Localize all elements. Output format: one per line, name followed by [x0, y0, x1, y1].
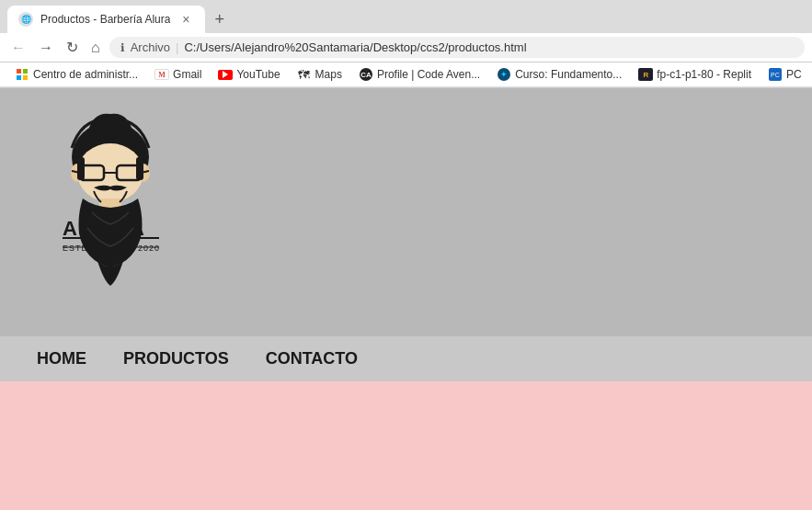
bookmark-gmail[interactable]: M Gmail	[147, 65, 209, 84]
svg-rect-11	[136, 157, 143, 180]
maps-icon: 🗺	[297, 67, 312, 82]
bookmark-alura-label: Curso: Fundamento...	[515, 68, 622, 81]
bookmark-microsoft[interactable]: Centro de administr...	[7, 65, 145, 84]
bookmark-codeavengers-label: Profile | Code Aven...	[377, 68, 480, 81]
tab-favicon: 🌐	[18, 12, 33, 27]
codeavengers-icon: CA	[359, 67, 373, 82]
address-bar: ← → ↻ ⌂ ℹ Archivo | C:/Users/Alejandro%2…	[0, 33, 812, 62]
gmail-icon: M	[154, 67, 169, 82]
bookmark-replit-label: fp-c1-p1-80 - Replit	[657, 68, 751, 81]
bookmark-codeavengers[interactable]: CA Profile | Code Aven...	[351, 65, 487, 84]
website-content: ALURA ESTD 2020	[0, 88, 812, 381]
svg-text:2020: 2020	[138, 244, 160, 253]
bookmark-youtube-label: YouTube	[236, 68, 280, 81]
new-tab-button[interactable]: +	[209, 11, 230, 28]
url-path: C:/Users/Alejandro%20Santamaria/Desktop/…	[184, 40, 526, 54]
bookmark-microsoft-label: Centro de administr...	[33, 68, 138, 81]
logo-area: ALURA ESTD 2020	[37, 107, 184, 318]
forward-button[interactable]: →	[35, 38, 57, 58]
tab-close-button[interactable]: ×	[177, 11, 194, 28]
bookmarks-bar: Centro de administr... M Gmail YouTube 🗺…	[0, 62, 812, 87]
pc-icon: PC	[768, 67, 783, 82]
bookmark-pc-label: PC	[786, 68, 802, 81]
alura-icon: ✦	[497, 67, 511, 82]
bookmark-maps[interactable]: 🗺 Maps	[290, 65, 349, 84]
home-button[interactable]: ⌂	[87, 38, 104, 58]
below-website-area	[0, 381, 812, 492]
refresh-button[interactable]: ↻	[63, 37, 82, 58]
site-header: ALURA ESTD 2020	[0, 88, 812, 336]
tab-bar: 🌐 Productos - Barbería Alura × +	[0, 0, 812, 33]
url-bar[interactable]: ℹ Archivo | C:/Users/Alejandro%20Santama…	[109, 37, 805, 58]
replit-icon: R	[638, 67, 653, 82]
bookmark-maps-label: Maps	[315, 68, 342, 81]
svg-rect-10	[77, 157, 85, 180]
bookmark-gmail-label: Gmail	[173, 68, 201, 81]
bookmark-youtube[interactable]: YouTube	[211, 65, 287, 84]
tab-title: Productos - Barbería Alura	[40, 13, 170, 26]
nav-contacto[interactable]: CONTACTO	[266, 349, 358, 368]
site-navigation: HOME PRODUCTOS CONTACTO	[0, 336, 812, 381]
microsoft-icon	[15, 67, 29, 82]
bookmark-alura[interactable]: ✦ Curso: Fundamento...	[489, 65, 629, 84]
browser-chrome: 🌐 Productos - Barbería Alura × + ← → ↻ ⌂…	[0, 0, 812, 88]
url-protocol: Archivo	[131, 40, 170, 54]
active-tab[interactable]: 🌐 Productos - Barbería Alura ×	[7, 6, 205, 33]
bookmark-replit[interactable]: R fp-c1-p1-80 - Replit	[631, 65, 759, 84]
barber-logo-svg: ALURA ESTD 2020	[37, 107, 184, 318]
info-icon: ℹ	[120, 41, 125, 54]
youtube-icon	[218, 67, 233, 82]
nav-home[interactable]: HOME	[37, 349, 86, 368]
url-separator: |	[176, 40, 178, 54]
nav-productos[interactable]: PRODUCTOS	[123, 349, 229, 368]
bookmark-pc[interactable]: PC PC	[761, 65, 809, 84]
back-button[interactable]: ←	[7, 38, 29, 58]
